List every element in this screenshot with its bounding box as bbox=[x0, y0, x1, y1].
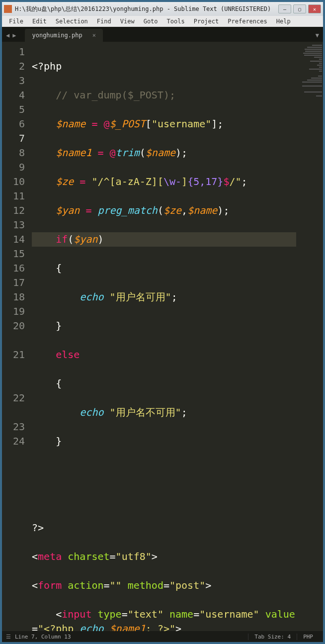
tab-close-icon[interactable]: × bbox=[92, 32, 96, 39]
code-area[interactable]: <?php // var_dump($_POST); $name = @$_PO… bbox=[30, 42, 298, 631]
line-number: 1 bbox=[5, 45, 25, 59]
menu-edit[interactable]: Edit bbox=[28, 17, 51, 26]
code-line: <form action="" method="post"> bbox=[32, 578, 296, 593]
titlebar[interactable]: H:\我的u盘\php\总结\20161223\yonghuming.php -… bbox=[2, 2, 323, 16]
line-number: 16 bbox=[5, 261, 25, 276]
code-line: if($yan) bbox=[32, 232, 296, 247]
window-buttons: — ▢ ✕ bbox=[278, 4, 321, 13]
code-line: $yan = preg_match($ze,$name); bbox=[32, 203, 296, 218]
line-number: 24 bbox=[5, 434, 25, 449]
maximize-button[interactable]: ▢ bbox=[293, 4, 306, 13]
code-line: } bbox=[32, 319, 296, 333]
code-line: { bbox=[32, 261, 296, 276]
line-number: 5 bbox=[5, 102, 25, 117]
line-number: 17 bbox=[5, 276, 25, 290]
code-line: ?> bbox=[32, 521, 296, 535]
tab-size[interactable]: Tab Size: 4 bbox=[248, 634, 297, 640]
code-line bbox=[32, 463, 296, 477]
line-number: 22 bbox=[5, 391, 25, 405]
code-line: else bbox=[32, 348, 296, 362]
gutter[interactable]: 1 2 3 4 5 6 7 8 9 10 11 12 13 14 15 16 1… bbox=[2, 42, 30, 631]
app-icon bbox=[4, 5, 12, 13]
line-number: 2 bbox=[5, 59, 25, 74]
line-number: 21 bbox=[5, 348, 25, 362]
line-number: 7 bbox=[5, 131, 25, 146]
code-line: $name1 = @trim($name); bbox=[32, 146, 296, 160]
code-line: echo "用户名可用"; bbox=[32, 290, 296, 304]
code-line: $name = @$_POST["username"]; bbox=[32, 117, 296, 131]
line-number: 9 bbox=[5, 160, 25, 175]
minimize-button[interactable]: — bbox=[278, 4, 291, 13]
menu-preferences[interactable]: Preferences bbox=[224, 17, 271, 26]
code-line: $ze = "/^[a-zA-Z][\w-]{5,17}$/"; bbox=[32, 175, 296, 189]
line-number: 12 bbox=[5, 203, 25, 218]
menu-project[interactable]: Project bbox=[190, 17, 223, 26]
code-line: // var_dump($_POST); bbox=[32, 88, 296, 102]
menu-icon[interactable]: ☰ bbox=[6, 634, 11, 640]
tab-overflow-icon[interactable]: ▼ bbox=[316, 32, 319, 42]
code-line: } bbox=[32, 434, 296, 449]
code-line: <meta charset="utf8"> bbox=[32, 550, 296, 564]
menu-goto[interactable]: Goto bbox=[140, 17, 162, 26]
line-number: 20 bbox=[5, 319, 25, 333]
minimap[interactable] bbox=[298, 42, 323, 631]
editor: 1 2 3 4 5 6 7 8 9 10 11 12 13 14 15 16 1… bbox=[2, 42, 323, 631]
line-number: 11 bbox=[5, 189, 25, 203]
tabbar: ◀ ▶ yonghuming.php × ▼ bbox=[2, 27, 323, 42]
code-line: <?php bbox=[32, 59, 296, 74]
cursor-position: Line 7, Column 13 bbox=[15, 634, 71, 640]
line-number: 19 bbox=[5, 304, 25, 319]
line-number: 14 bbox=[5, 232, 25, 247]
line-number: 3 bbox=[5, 74, 25, 88]
line-number: 8 bbox=[5, 146, 25, 160]
code-line: <input type="text" name="username" value… bbox=[32, 607, 296, 631]
line-number: 10 bbox=[5, 175, 25, 189]
line-number: 6 bbox=[5, 117, 25, 131]
line-number: 13 bbox=[5, 218, 25, 232]
menu-help[interactable]: Help bbox=[272, 17, 295, 26]
menu-file[interactable]: File bbox=[5, 17, 27, 26]
close-button[interactable]: ✕ bbox=[308, 4, 321, 13]
menu-view[interactable]: View bbox=[116, 17, 139, 26]
tab-nav-arrows[interactable]: ◀ ▶ bbox=[6, 32, 16, 42]
code-line: { bbox=[32, 376, 296, 391]
language-mode[interactable]: PHP bbox=[297, 634, 319, 640]
line-number: 4 bbox=[5, 88, 25, 102]
line-number: 18 bbox=[5, 290, 25, 304]
line-number: 23 bbox=[5, 420, 25, 434]
chevron-left-icon[interactable]: ◀ bbox=[6, 32, 9, 39]
file-tab[interactable]: yonghuming.php × bbox=[25, 29, 102, 42]
menu-selection[interactable]: Selection bbox=[52, 17, 92, 26]
chevron-right-icon[interactable]: ▶ bbox=[12, 32, 16, 39]
tab-label: yonghuming.php bbox=[32, 32, 82, 39]
menubar: File Edit Selection Find View Goto Tools… bbox=[2, 16, 323, 27]
statusbar: ☰ Line 7, Column 13 Tab Size: 4 PHP bbox=[2, 631, 323, 642]
line-number: 15 bbox=[5, 247, 25, 261]
menu-tools[interactable]: Tools bbox=[163, 17, 189, 26]
window-title: H:\我的u盘\php\总结\20161223\yonghuming.php -… bbox=[15, 5, 278, 13]
code-line: echo "用户名不可用"; bbox=[32, 405, 296, 420]
app-window: H:\我的u盘\php\总结\20161223\yonghuming.php -… bbox=[0, 0, 325, 644]
menu-find[interactable]: Find bbox=[93, 17, 115, 26]
code-line bbox=[32, 492, 296, 506]
